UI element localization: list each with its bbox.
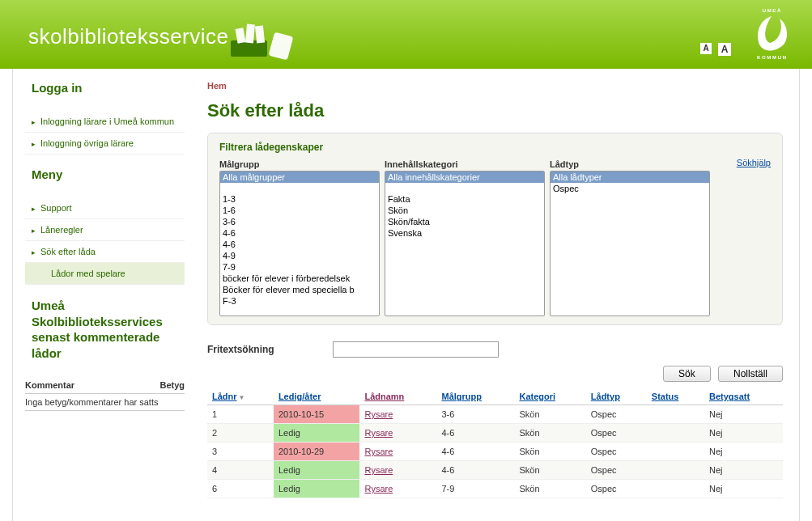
table-row: 32010-10-29Rysare4-6SkönOspecNej	[207, 443, 783, 461]
cell-ladnr: 6	[207, 480, 274, 498]
cell-ledig: Ledig	[274, 461, 360, 480]
th-betygsatt[interactable]: Betygsatt	[704, 388, 783, 405]
recent-none-text: Inga betyg/kommentarer har satts	[25, 394, 185, 411]
cell-kategori: Skön	[514, 480, 585, 498]
cell-kategori: Skön	[514, 424, 585, 443]
cell-ladtyp: Ospec	[586, 424, 647, 443]
cell-malgrupp: 4-6	[436, 424, 514, 443]
cell-ladtyp: Ospec	[586, 405, 647, 424]
th-ladnamn[interactable]: Lådnamn	[359, 388, 436, 405]
cell-malgrupp: 3-6	[436, 405, 514, 424]
table-row: 6LedigRysare7-9SkönOspecNej	[207, 480, 783, 498]
sidebar: Logga in Inloggning lärare i Umeå kommun…	[13, 69, 191, 521]
breadcrumb: Hem	[207, 81, 783, 91]
th-ledig[interactable]: Ledig/åter	[274, 388, 360, 405]
th-ladtyp[interactable]: Lådtyp	[586, 388, 647, 405]
sidebar-item-sok[interactable]: Sök efter låda	[25, 241, 185, 263]
svg-rect-4	[269, 32, 294, 60]
cell-ladnr: 3	[207, 443, 274, 461]
cell-status	[647, 480, 704, 498]
malgrupp-label: Målgrupp	[219, 159, 380, 169]
page-title: Sök efter låda	[207, 100, 783, 121]
th-kategori[interactable]: Kategori	[514, 388, 585, 405]
ladtyp-select[interactable]: Alla lådtyperOspec	[550, 171, 710, 316]
cell-ladnr: 1	[207, 405, 274, 424]
sort-desc-icon: ▼	[239, 394, 245, 401]
cell-ladtyp: Ospec	[586, 461, 647, 480]
cell-ladnamn: Rysare	[359, 405, 436, 424]
cell-ladnr: 4	[207, 461, 274, 480]
sidebar-item-support[interactable]: Support	[25, 197, 185, 219]
ladnamn-link[interactable]: Rysare	[364, 409, 393, 419]
cell-kategori: Skön	[514, 405, 585, 424]
recent-col-rating: Betyg	[152, 380, 185, 390]
recent-comments-heading: Umeå Skolbiblioteksservices senast komme…	[25, 298, 185, 367]
sidebar-item-lador-spelare[interactable]: Lådor med spelare	[25, 263, 185, 285]
site-title: skolbiblioteksservice	[28, 24, 228, 49]
svg-text:K O M M U N: K O M M U N	[757, 55, 786, 60]
kommun-logo: U M E Å K O M M U N	[747, 4, 796, 61]
cell-betygsatt: Nej	[704, 461, 783, 480]
app-header: skolbiblioteksservice A A U M E Å K O M …	[0, 0, 812, 69]
sidebar-item-login-umea[interactable]: Inloggning lärare i Umeå kommun	[25, 111, 185, 133]
cell-ladnamn: Rysare	[359, 424, 436, 443]
ladnamn-link[interactable]: Rysare	[364, 484, 393, 493]
ladnamn-link[interactable]: Rysare	[364, 465, 393, 475]
cell-betygsatt: Nej	[704, 405, 783, 424]
cell-malgrupp: 7-9	[436, 480, 514, 498]
cell-status	[647, 424, 704, 443]
th-malgrupp[interactable]: Målgrupp	[436, 388, 514, 405]
books-icon	[227, 8, 300, 63]
cell-kategori: Skön	[514, 461, 585, 480]
filter-panel: Filtrera lådegenskaper Sökhjälp Målgrupp…	[207, 133, 783, 325]
cell-ledig: 2010-10-29	[274, 443, 360, 461]
ladnamn-link[interactable]: Rysare	[364, 447, 393, 456]
reset-button[interactable]: Nollställ	[718, 366, 783, 382]
search-button[interactable]: Sök	[663, 366, 711, 382]
cell-betygsatt: Nej	[704, 480, 783, 498]
cell-ledig: Ledig	[274, 480, 360, 498]
recent-col-comment: Kommentar	[25, 380, 152, 390]
ladtyp-label: Lådtyp	[550, 159, 710, 169]
main-content: Hem Sök efter låda Filtrera lådegenskape…	[191, 69, 799, 521]
freetext-label: Fritextsökning	[207, 344, 333, 355]
sidebar-item-laneregler[interactable]: Låneregler	[25, 219, 185, 241]
kategori-label: Innehållskategori	[385, 159, 545, 169]
ladnamn-link[interactable]: Rysare	[364, 428, 393, 438]
cell-ledig: 2010-10-15	[274, 405, 360, 424]
cell-ladtyp: Ospec	[586, 480, 647, 498]
search-help-link[interactable]: Sökhjälp	[737, 158, 771, 167]
font-small-icon[interactable]: A	[700, 43, 712, 54]
svg-rect-2	[245, 24, 255, 44]
cell-malgrupp: 4-6	[436, 443, 514, 461]
table-row: 4LedigRysare4-6SkönOspecNej	[207, 461, 783, 480]
sidebar-item-login-other[interactable]: Inloggning övriga lärare	[25, 133, 185, 155]
kategori-select[interactable]: Alla innehållskategorierFaktaSkönSkön/fa…	[385, 171, 545, 316]
cell-ladnamn: Rysare	[359, 443, 436, 461]
filter-title: Filtrera lådegenskaper	[219, 142, 771, 153]
cell-ledig: Ledig	[274, 424, 360, 443]
th-ladnr[interactable]: Lådnr▼	[207, 388, 274, 405]
cell-ladtyp: Ospec	[586, 443, 647, 461]
cell-status	[647, 443, 704, 461]
table-row: 12010-10-15Rysare3-6SkönOspecNej	[207, 405, 783, 424]
font-large-icon[interactable]: A	[718, 43, 731, 56]
menu-heading: Meny	[25, 167, 185, 188]
cell-ladnamn: Rysare	[359, 461, 436, 480]
table-row: 2LedigRysare4-6SkönOspecNej	[207, 424, 783, 443]
cell-malgrupp: 4-6	[436, 461, 514, 480]
freetext-input[interactable]	[333, 341, 499, 358]
cell-ladnr: 2	[207, 424, 274, 443]
breadcrumb-home[interactable]: Hem	[207, 81, 227, 91]
cell-kategori: Skön	[514, 443, 585, 461]
malgrupp-select[interactable]: Alla målgrupper1-31-63-64-64-64-97-9böck…	[219, 171, 380, 316]
svg-text:U M E Å: U M E Å	[763, 8, 781, 13]
login-heading: Logga in	[25, 81, 185, 101]
cell-betygsatt: Nej	[704, 424, 783, 443]
svg-rect-0	[231, 40, 267, 57]
cell-status	[647, 405, 704, 424]
th-status[interactable]: Status	[647, 388, 704, 405]
results-table: Lådnr▼ Ledig/åter Lådnamn Målgrupp Kateg…	[207, 388, 783, 498]
cell-betygsatt: Nej	[704, 443, 783, 461]
cell-ladnamn: Rysare	[359, 480, 436, 498]
